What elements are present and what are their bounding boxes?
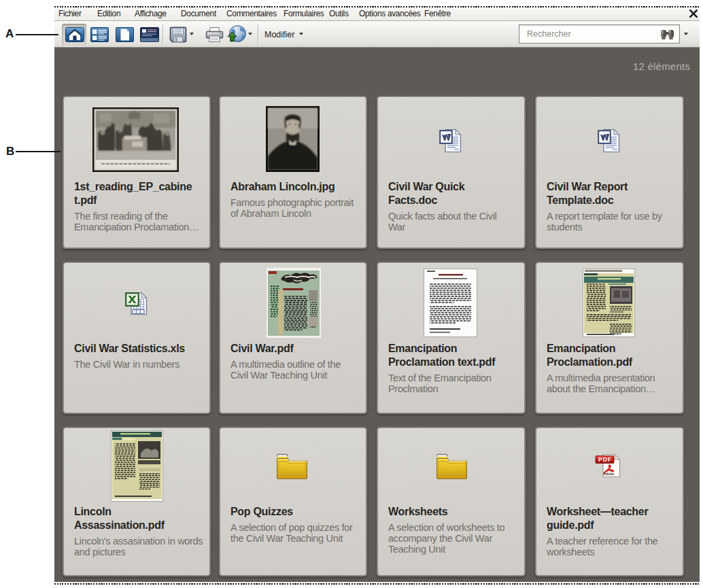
svg-text:Adobe: Adobe: [603, 472, 614, 476]
svg-text:PDF: PDF: [598, 456, 612, 463]
